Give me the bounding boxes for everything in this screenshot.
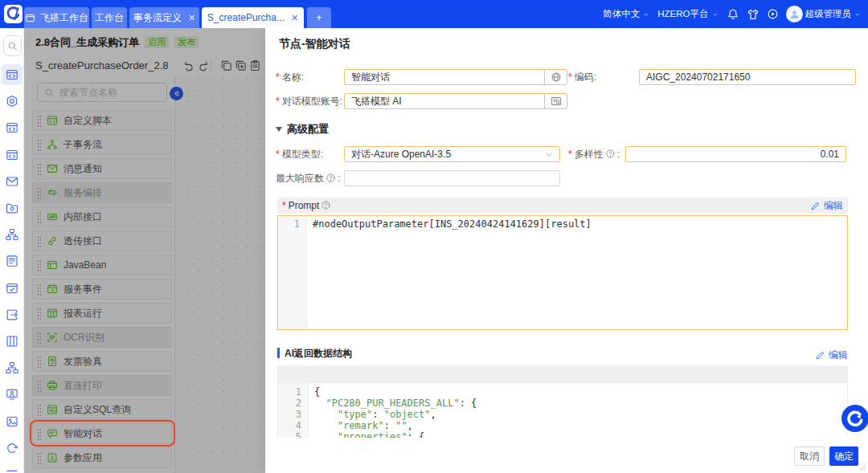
confirm-button[interactable]: 确定	[829, 446, 858, 466]
language-switcher[interactable]: 简体中文	[603, 8, 650, 20]
model-type-select[interactable]: 对话-Azure OpenAI-3.5	[344, 146, 560, 162]
rail-item-swirl[interactable]	[2, 438, 23, 459]
highlight-red-border	[30, 420, 175, 446]
ai-editor-toolbar-strip	[278, 365, 847, 383]
question-icon	[605, 149, 616, 159]
chevron-down-icon	[544, 150, 554, 160]
help-icon[interactable]	[605, 149, 616, 159]
chevron-down-icon	[642, 10, 650, 18]
code-line: "type": "object",	[314, 409, 847, 420]
rail-item-window-code[interactable]	[2, 145, 23, 165]
rail-item-orgchart[interactable]	[2, 224, 23, 245]
mail-x-icon	[6, 175, 18, 188]
model-account-input[interactable]: 飞搭模型 AI	[344, 93, 545, 109]
tab-3[interactable]: S_createPurcha...✕	[202, 7, 304, 28]
ai-schema-edit-link[interactable]: 编辑	[815, 349, 848, 362]
max-responses-input[interactable]	[344, 170, 560, 186]
help-icon[interactable]	[321, 200, 331, 210]
prompt-code-editor[interactable]: 1 #nodeOutputParameter[INS_2024042414162…	[277, 215, 848, 330]
chevron-down-icon	[711, 10, 719, 18]
prompt-code: #nodeOutputParameter[INS_20240424141629]…	[307, 216, 847, 329]
caret-icon	[642, 10, 650, 18]
pencil-icon	[815, 350, 825, 361]
name-globe-suffix[interactable]	[544, 69, 567, 85]
app-logo-icon[interactable]	[4, 5, 23, 23]
orgchart-icon	[6, 228, 18, 241]
tab-2[interactable]: 事务流定义✕	[129, 7, 199, 28]
required-asterisk: *	[282, 200, 286, 211]
rail-search-icon[interactable]	[3, 35, 22, 56]
market-shirt-icon[interactable]	[747, 8, 760, 21]
bell-icon	[727, 8, 739, 21]
rail-item-window-code[interactable]	[2, 64, 23, 85]
resize-handle-icon[interactable]	[859, 464, 866, 471]
flow-designer-region: 2.8合同_生成采购订单 启用发布 S_createPurchaseOrder_…	[24, 28, 265, 473]
topbar-right-cluster: 简体中文 HZERO平台 超级管理员	[603, 0, 862, 28]
window-code-icon	[6, 149, 18, 161]
import-icon	[6, 308, 18, 321]
tab-1[interactable]: 工作台	[92, 7, 127, 28]
rail-item-hexagon[interactable]	[2, 91, 23, 112]
model-account-lov-suffix[interactable]	[544, 93, 567, 109]
swirl-icon	[6, 442, 18, 455]
diversity-input[interactable]: 0.01	[625, 146, 846, 162]
code-input[interactable]: AIGC_20240702171650	[639, 69, 856, 85]
help-icon[interactable]	[326, 173, 336, 183]
winmini-icon	[25, 13, 35, 23]
user-menu[interactable]: 超级管理员	[786, 6, 862, 22]
code-field-label: *编码:	[568, 69, 596, 85]
tab-label: S_createPurcha...	[207, 12, 285, 23]
shirt-icon	[747, 8, 760, 21]
indent-icon	[6, 468, 18, 473]
notification-bell-icon[interactable]	[727, 8, 739, 21]
tab-label: 工作台	[95, 11, 124, 25]
prompt-edit-link[interactable]: 编辑	[810, 198, 843, 214]
diversity-label: *多样性:	[568, 146, 620, 162]
rail-item-folder[interactable]	[2, 198, 23, 218]
rail-item-mail-x[interactable]	[2, 171, 23, 192]
rail-item-image[interactable]	[2, 411, 23, 432]
window-check-icon	[6, 282, 18, 295]
tab-label: 飞搭工作台	[40, 11, 88, 25]
left-icon-rail	[0, 28, 24, 473]
rail-item-indent[interactable]	[2, 464, 23, 473]
rail-item-form[interactable]	[2, 251, 23, 271]
tab-0[interactable]: 飞搭工作台	[24, 7, 89, 28]
rail-item-columns[interactable]	[2, 331, 23, 352]
node-config-drawer: 节点-智能对话 *名称: 智能对话 *编码: AIGC_202407021716…	[265, 28, 868, 473]
advanced-section-header[interactable]: 高级配置	[276, 122, 329, 137]
ai-schema-code-editor[interactable]: 12345 { "PC280_PUR_HEADERS_ALL": { "type…	[277, 365, 848, 438]
tab-close-icon[interactable]: ✕	[291, 13, 298, 23]
tab-label: 事务流定义	[133, 11, 182, 25]
image-icon	[6, 415, 18, 428]
tab-close-icon[interactable]: ✕	[188, 13, 195, 23]
max-responses-label: 最大响应数:	[276, 170, 340, 186]
assistant-float-button[interactable]	[841, 405, 868, 432]
rail-item-orgchart[interactable]	[2, 357, 23, 378]
new-tab-button[interactable]: +	[307, 7, 331, 28]
tenant-switcher[interactable]: HZERO平台	[657, 8, 719, 20]
model-type-label: *模型类型:	[276, 146, 323, 162]
rail-item-monitor-user[interactable]	[2, 384, 23, 405]
window-code-icon	[6, 68, 18, 81]
rail-item-import[interactable]	[2, 304, 23, 325]
required-asterisk: *	[276, 96, 280, 107]
guide-play-icon[interactable]	[767, 8, 779, 20]
cancel-button[interactable]: 取消	[794, 446, 825, 466]
columns-icon	[6, 335, 18, 348]
name-input[interactable]: 智能对话	[344, 69, 545, 85]
chevron-down-icon	[854, 10, 862, 18]
top-bar: 飞搭工作台工作台事务流定义✕S_createPurcha...✕+ 简体中文 H…	[0, 0, 868, 28]
lov-icon	[551, 96, 562, 107]
person-icon	[788, 8, 800, 20]
code-line: "PC280_PUR_HEADERS_ALL": {	[314, 398, 847, 409]
rail-item-window-code[interactable]	[2, 117, 23, 138]
prompt-label: *Prompt	[282, 198, 333, 214]
chevdn-icon	[544, 150, 554, 160]
rail-item-window-check[interactable]	[2, 278, 23, 299]
required-asterisk: *	[568, 71, 572, 83]
hexagon-icon	[6, 95, 18, 108]
ai-gutter: 12345	[278, 383, 309, 438]
code-line: {	[314, 386, 847, 398]
model-account-label: *对话模型账号:	[276, 93, 342, 109]
